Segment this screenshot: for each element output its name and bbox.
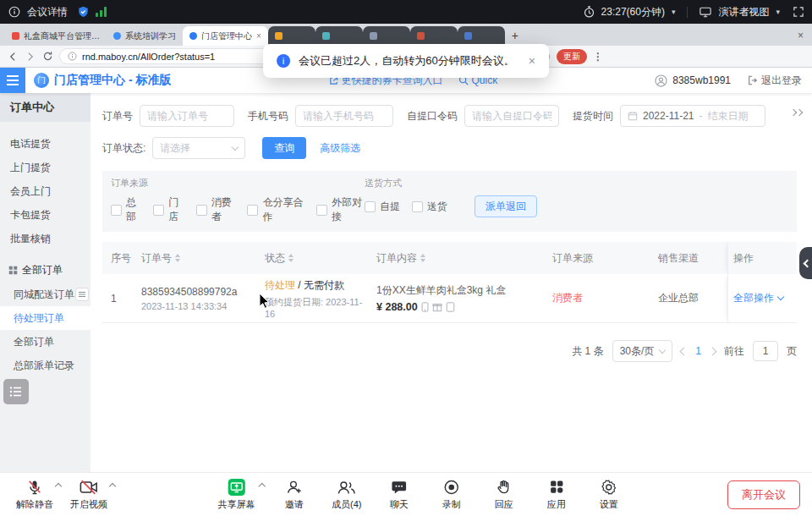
sidebar-item-hq-dispatch[interactable]: 总部派单记录 — [0, 354, 91, 377]
collapse-filters-icon[interactable] — [791, 110, 802, 115]
start-video-label: 开启视频 — [70, 498, 107, 511]
order-no-input[interactable] — [140, 105, 234, 127]
prev-page-icon[interactable] — [680, 347, 689, 355]
reactions-button[interactable]: 回应 — [481, 477, 527, 511]
header-channel: 销售渠道 — [653, 251, 727, 266]
window-close-icon[interactable]: × — [798, 30, 804, 41]
checkbox-source-hq[interactable]: 总部 — [111, 195, 141, 224]
fullscreen-icon[interactable] — [793, 7, 804, 17]
header-order-no[interactable]: 订单号 — [136, 251, 260, 266]
video-options-chevron-icon[interactable] — [110, 484, 115, 489]
sidebar-item-door-pickup[interactable]: 上门提货 — [0, 156, 91, 179]
gear-icon — [601, 477, 617, 497]
security-shield-icon[interactable] — [78, 6, 89, 18]
checkbox-delivery[interactable]: 送货 — [412, 200, 447, 214]
sidebar-item-phone-pickup[interactable]: 电话提货 — [0, 132, 91, 156]
header-content[interactable]: 订单内容 — [371, 251, 547, 266]
meeting-toast: i 会议已超过2人，自动转为60分钟限时会议。 × — [263, 44, 549, 78]
select-chevron-icon — [659, 346, 666, 353]
refresh-icon[interactable] — [42, 51, 53, 62]
back-icon[interactable] — [7, 51, 19, 63]
table-row[interactable]: 1 8385934508899792a 2023-11-13 14:33:34 … — [102, 274, 797, 323]
phone-input[interactable] — [295, 105, 393, 127]
meeting-info-icon[interactable] — [8, 6, 20, 18]
sidebar-item-member-visit[interactable]: 会员上门 — [0, 179, 91, 203]
start-video-button[interactable]: 开启视频 — [66, 477, 112, 511]
expand-video-panel-handle[interactable] — [799, 247, 812, 279]
search-button[interactable]: 查询 — [262, 137, 306, 159]
settings-button[interactable]: 设置 — [586, 477, 632, 511]
browser-tab-inactive[interactable] — [363, 26, 410, 46]
browser-menu-icon[interactable]: ⋮ — [593, 51, 603, 63]
view-dropdown-caret-icon[interactable]: ▾ — [776, 8, 780, 16]
drag-handle-icon[interactable] — [75, 288, 89, 301]
goto-suffix: 页 — [787, 344, 797, 359]
apps-button[interactable]: 应用 — [534, 477, 579, 511]
pickup-code-input[interactable] — [464, 105, 559, 127]
browser-tab-active[interactable]: 门店管理中心 × — [183, 26, 268, 46]
chat-button[interactable]: 聊天 — [376, 477, 422, 511]
view-mode-label[interactable]: 演讲者视图 — [718, 5, 769, 19]
toast-close-icon[interactable]: × — [529, 54, 535, 68]
all-actions-dropdown[interactable]: 全部操作 — [733, 291, 783, 305]
share-screen-button[interactable]: 共享屏幕 — [214, 477, 260, 511]
goto-page-input[interactable] — [753, 341, 778, 361]
meeting-details-label[interactable]: 会议详情 — [27, 5, 68, 19]
checkbox-source-consumer[interactable]: 消费者 — [196, 195, 236, 224]
order-status-select[interactable]: 请选择 — [152, 137, 245, 159]
members-button[interactable]: 成员(4) — [324, 477, 370, 511]
advanced-filter-link[interactable]: 高级筛选 — [320, 141, 360, 156]
sidebar-item-batch-verify[interactable]: 批量核销 — [0, 227, 91, 250]
leave-meeting-button[interactable]: 离开会议 — [727, 480, 800, 509]
sort-icon[interactable] — [420, 254, 425, 262]
sidebar-group-all-orders[interactable]: 全部订单 — [0, 257, 91, 283]
forward-icon[interactable] — [25, 51, 36, 63]
unmute-button[interactable]: 解除静音 — [12, 477, 58, 511]
browser-tab[interactable]: 系统培训学习 — [107, 26, 183, 46]
browser-update-button[interactable]: 更新 — [557, 49, 587, 64]
checkbox-source-external[interactable]: 外部对接 — [316, 195, 365, 224]
checkbox-source-warehouse[interactable]: 仓分享合作 — [247, 195, 304, 224]
header-status[interactable]: 状态 — [260, 251, 371, 266]
logout-button[interactable]: 退出登录 — [748, 74, 802, 88]
floating-list-widget[interactable] — [3, 379, 29, 404]
new-tab-button[interactable]: + — [512, 29, 518, 42]
sort-icon[interactable] — [175, 254, 180, 262]
timer-dropdown-caret-icon[interactable]: ▾ — [672, 8, 676, 16]
checkbox-source-store[interactable]: 门店 — [153, 195, 184, 224]
browser-tab-inactive[interactable] — [315, 26, 363, 46]
tab-close-icon[interactable]: × — [256, 32, 261, 41]
app-body: 订单中心 电话提货 上门提货 会员上门 卡包提货 批量核销 全部订单 同城配送订… — [0, 93, 812, 472]
checkbox-self-pickup[interactable]: 自提 — [365, 200, 400, 214]
sort-icon[interactable] — [288, 254, 294, 262]
page-size-select[interactable]: 30条/页 — [612, 340, 673, 362]
current-page[interactable]: 1 — [695, 345, 701, 357]
select-chevron-icon — [232, 143, 239, 150]
record-label: 录制 — [442, 498, 461, 511]
username[interactable]: 8385wb1991 — [672, 74, 731, 86]
pickup-date-range-picker[interactable]: 2022-11-21 - 结束日期 — [620, 105, 765, 127]
mouse-cursor — [259, 293, 270, 312]
browser-tab-inactive[interactable] — [410, 26, 458, 46]
dispatch-return-button[interactable]: 派单退回 — [475, 195, 537, 217]
browser-tab-inactive[interactable] — [458, 26, 505, 46]
sidebar-item-card-pickup[interactable]: 卡包提货 — [0, 203, 91, 227]
mic-options-chevron-icon[interactable] — [56, 484, 61, 489]
browser-tab-inactive[interactable] — [268, 26, 315, 46]
invite-button[interactable]: 邀请 — [272, 477, 317, 511]
sidebar-item-all-orders[interactable]: 全部订单 — [0, 330, 91, 354]
sidebar-item-pending-orders[interactable]: 待处理订单 — [0, 306, 91, 330]
browser-tab[interactable]: 礼盒商城平台管理中心 — [5, 26, 107, 46]
network-signal-icon[interactable] — [96, 7, 107, 17]
sidebar-toggle-button[interactable] — [0, 68, 25, 93]
dropdown-chevron-icon — [777, 294, 784, 300]
record-button[interactable]: 录制 — [429, 477, 475, 511]
site-info-icon[interactable] — [68, 52, 77, 61]
sidebar-item-city-delivery[interactable]: 同城配送订单 — [0, 283, 91, 306]
share-options-chevron-icon[interactable] — [260, 484, 265, 489]
tab-favicon — [189, 32, 197, 40]
checkbox-icon — [111, 205, 122, 216]
next-page-icon[interactable] — [709, 347, 717, 355]
members-icon — [337, 477, 356, 497]
reactions-label: 回应 — [495, 498, 513, 511]
